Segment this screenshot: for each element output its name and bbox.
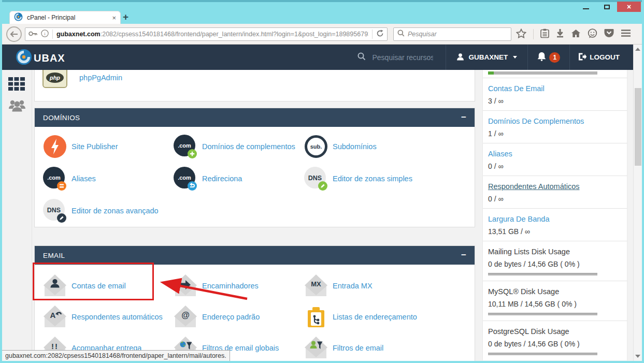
reload-icon[interactable] (376, 30, 384, 39)
stat-label: MySQL® Disk Usage (488, 287, 622, 296)
envelope-autoresponder-icon: A (42, 304, 67, 329)
stat-block: Contas De Email3 / ∞ (483, 78, 627, 110)
feature-link[interactable]: Site Publisher (71, 142, 118, 151)
section-card: EMAIL−Contas de emailEncaminhadoresMXEnt… (34, 245, 475, 363)
url-bar[interactable]: i gubaxnet.com:2082/cpsess1540181468/fro… (25, 27, 388, 41)
pocket-icon[interactable] (604, 28, 614, 40)
svg-text:.com: .com (178, 142, 191, 149)
chat-icon[interactable] (588, 28, 597, 40)
stat-label: PostgreSQL Disk Usage (488, 327, 622, 336)
feature-link[interactable]: Editor de zonas avançado (71, 207, 159, 215)
stat-link[interactable]: Largura De Banda (488, 215, 622, 223)
bell-icon (537, 52, 546, 63)
key-icon[interactable] (28, 30, 37, 39)
collapse-button[interactable]: − (461, 114, 466, 121)
lightning-icon (42, 134, 67, 159)
scrollbar-thumb[interactable] (635, 88, 641, 166)
svg-text:php: php (49, 75, 60, 81)
svg-text:@: @ (181, 311, 190, 320)
svg-text:MX: MX (311, 280, 321, 288)
status-url: gubaxnet.com:2082/cpsess1540181468/front… (5, 352, 226, 359)
stat-partial-progress (483, 70, 627, 78)
stat-label: Mailing Lists Disk Usage (488, 248, 622, 256)
minimize-button[interactable] (576, 2, 596, 12)
envelope-user-icon (42, 273, 67, 298)
back-arrow-icon (10, 31, 18, 37)
feature-item[interactable]: DNSEditor de zonas avançado (42, 195, 173, 227)
feature-item[interactable]: Filtros de email (304, 332, 434, 363)
feature-item[interactable]: sub.Subdomínios (304, 130, 434, 163)
logout-button[interactable]: LOGOUT (570, 53, 628, 62)
feature-item[interactable]: .comDomínios de complementos (173, 130, 304, 163)
feature-item[interactable]: Contas de email (42, 270, 173, 301)
stat-link[interactable]: Aliases (488, 150, 622, 158)
feature-link[interactable]: Editor de zonas simples (333, 175, 412, 183)
cpanel-search[interactable] (345, 52, 446, 63)
svg-text:sub.: sub. (310, 143, 322, 150)
bookmarks-list-icon[interactable] (540, 28, 549, 40)
feature-item[interactable]: .comAliases (42, 163, 173, 195)
info-icon[interactable]: i (41, 30, 49, 39)
stat-link[interactable]: Domínios De Complementos (488, 117, 622, 125)
feature-link[interactable]: Respondentes automáticos (71, 313, 163, 321)
browser-tab[interactable]: cPanel - Principal × (9, 11, 121, 24)
feature-link[interactable]: Encaminhadores (202, 282, 259, 290)
feature-item[interactable]: DNSEditor de zonas simples (304, 163, 434, 195)
home-icon[interactable] (571, 29, 581, 40)
envelope-at-icon: @ (173, 304, 198, 329)
user-icon (456, 53, 464, 62)
envelope-forward-icon (173, 273, 198, 298)
feature-link[interactable]: Endereço padrão (202, 313, 260, 321)
downloads-icon[interactable] (556, 28, 564, 40)
feature-link[interactable]: Filtros de email (333, 344, 383, 352)
chevron-down-icon (513, 56, 517, 59)
maximize-icon (604, 5, 610, 9)
browser-search-input[interactable] (408, 31, 496, 38)
tab-close-icon[interactable]: × (112, 14, 116, 22)
feature-link[interactable]: Redireciona (202, 175, 242, 183)
scroll-up-arrow[interactable] (635, 48, 640, 51)
stat-block: Largura De Banda13,51 GB / ∞ (483, 208, 627, 241)
back-button[interactable] (6, 26, 22, 42)
feature-item[interactable]: .comRedireciona (173, 163, 304, 195)
feature-item[interactable]: Encaminhadores (173, 270, 304, 301)
feature-link[interactable]: Contas de email (71, 282, 126, 290)
new-tab-button[interactable]: + (123, 12, 128, 22)
feature-link[interactable]: Aliases (71, 175, 96, 183)
stat-link[interactable]: Respondentes Automáticos (488, 182, 622, 191)
left-sidebar (2, 70, 32, 361)
maximize-button[interactable] (596, 2, 617, 12)
notifications-button[interactable]: 1 (528, 52, 569, 63)
feature-item[interactable]: Listas de endereçamento (304, 301, 434, 332)
users-group-icon[interactable] (8, 98, 26, 117)
svg-text:DNS: DNS (308, 175, 322, 182)
url-text[interactable]: gubaxnet.com:2082/cpsess1540181468/front… (56, 31, 368, 38)
feature-item[interactable]: Site Publisher (42, 130, 173, 163)
section-header: DOMÍNIOS− (35, 108, 475, 127)
feature-item[interactable]: ARespondentes automáticos (42, 301, 173, 332)
feature-link[interactable]: phpPgAdmin (79, 74, 122, 82)
feature-link[interactable]: Listas de endereçamento (333, 313, 417, 321)
minimize-icon (583, 8, 589, 9)
collapse-button[interactable]: − (461, 252, 466, 259)
page-scrollbar[interactable] (633, 45, 642, 361)
menu-hamburger-icon[interactable] (621, 29, 631, 39)
bookmark-star-icon[interactable] (516, 28, 526, 40)
feature-item[interactable]: @Endereço padrão (173, 301, 304, 332)
user-menu[interactable]: GUBAXNET (446, 53, 527, 62)
window-top-edge (0, 0, 644, 2)
stat-link[interactable]: Contas De Email (488, 84, 622, 93)
stat-progress (488, 313, 597, 315)
browser-search[interactable] (393, 27, 511, 41)
cpanel-search-input[interactable] (372, 53, 433, 62)
brand-logo[interactable]: UBAX (16, 49, 65, 67)
close-button[interactable]: × (617, 2, 641, 12)
feature-link[interactable]: Subdomínios (333, 142, 377, 151)
scroll-down-arrow[interactable] (635, 355, 640, 358)
feature-link[interactable]: Domínios de complementos (202, 142, 295, 151)
apps-grid-icon[interactable] (8, 77, 25, 93)
svg-text:i: i (44, 31, 46, 36)
feature-link[interactable]: Entrada MX (333, 282, 373, 290)
feature-item[interactable]: MXEntrada MX (304, 270, 434, 301)
stat-progress (488, 353, 597, 355)
